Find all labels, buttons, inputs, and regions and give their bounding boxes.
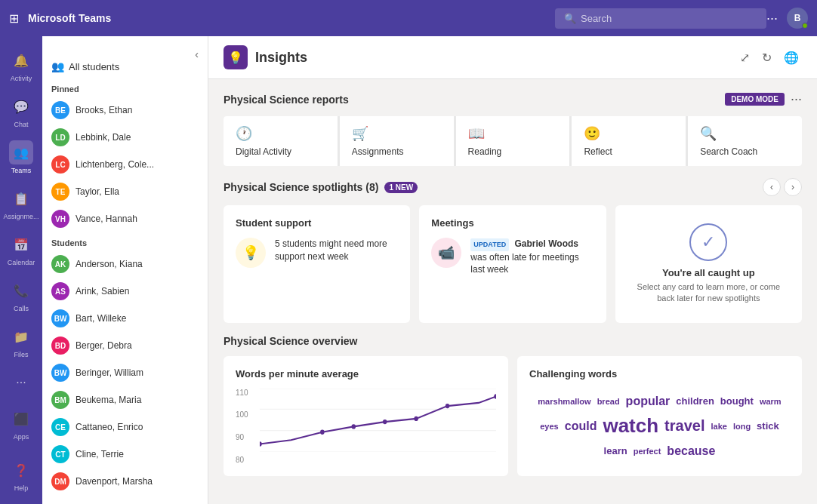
sidebar-header: ‹ xyxy=(42,36,208,54)
refresh-button[interactable]: ↻ xyxy=(759,48,775,68)
all-students-item[interactable]: 👥 All students xyxy=(42,54,195,78)
search-coach-icon: 🔍 xyxy=(700,125,717,142)
nav-sidebar: 🔔 Activity 💬 Chat 👥 Teams 📋 Assignme... … xyxy=(0,36,42,504)
avatar[interactable]: B xyxy=(787,8,808,29)
meetings-icon-circle: 📹 xyxy=(431,238,461,268)
word-learn[interactable]: learn xyxy=(604,445,627,456)
caught-up-subtitle: Select any card to learn more, or come b… xyxy=(634,281,784,305)
spotlight-prev-button[interactable]: ‹ xyxy=(763,178,781,196)
y-label-90: 90 xyxy=(236,433,257,441)
tab-search-coach-label: Search Coach xyxy=(700,146,757,157)
word-lake[interactable]: lake xyxy=(711,422,726,431)
reports-more-button[interactable]: ··· xyxy=(791,91,802,107)
word-warm[interactable]: warm xyxy=(760,397,782,406)
chart-area: 110 100 90 80 xyxy=(236,389,496,464)
wpm-title: Words per minute average xyxy=(236,368,496,380)
spotlights-header: Physical Science spotlights (8) 1 NEW ‹ … xyxy=(224,178,802,196)
tab-reading[interactable]: 📖 Reading xyxy=(456,116,571,166)
spotlight-student-support[interactable]: Student support 💡 5 students might need … xyxy=(224,205,410,323)
student-ct[interactable]: CT Cline, Terrie xyxy=(42,441,208,468)
reports-title: Physical Science reports xyxy=(224,94,349,106)
collapse-button[interactable]: ‹ xyxy=(195,48,199,60)
student-dm[interactable]: DM Davenport, Marsha xyxy=(42,468,208,495)
updated-badge: UPDATED xyxy=(470,238,509,251)
pinned-student-ld[interactable]: LD Lebbink, Dale xyxy=(42,124,208,151)
student-bw[interactable]: BW Bart, Willeke xyxy=(42,305,208,332)
student-bd[interactable]: BD Berger, Debra xyxy=(42,332,208,359)
student-bm[interactable]: BM Beukema, Maria xyxy=(42,386,208,413)
pinned-student-te[interactable]: TE Taylor, Ella xyxy=(42,178,208,205)
word-long[interactable]: long xyxy=(733,422,751,431)
online-indicator xyxy=(802,23,808,29)
more-options-button[interactable]: ··· xyxy=(766,11,778,26)
nav-item-assignments[interactable]: 📋 Assignme... xyxy=(0,180,42,226)
overview-title: Physical Science overview xyxy=(224,335,802,347)
globe-button[interactable]: 🌐 xyxy=(781,48,802,68)
spotlight-meetings[interactable]: Meetings 📹 UPDATED Gabriel Woods was oft… xyxy=(419,205,606,323)
spotlight-meetings-content: 📹 UPDATED Gabriel Woods was often late f… xyxy=(431,238,593,276)
spotlight-next-button[interactable]: › xyxy=(784,178,802,196)
app-title: Microsoft Teams xyxy=(28,12,111,24)
student-avatar-vh: VH xyxy=(51,210,69,228)
all-students-label: All students xyxy=(69,61,119,72)
word-perfect[interactable]: perfect xyxy=(634,447,661,456)
word-bread[interactable]: bread xyxy=(597,397,620,406)
wpm-card: Words per minute average 110 100 90 80 xyxy=(224,356,508,476)
word-watch[interactable]: watch xyxy=(603,414,658,438)
caught-up-title: You're all caught up xyxy=(662,267,755,278)
tab-digital-activity[interactable]: 🕐 Digital Activity xyxy=(224,116,338,166)
student-ce[interactable]: CE Cattaneo, Enrico xyxy=(42,413,208,441)
tab-reflect[interactable]: 🙂 Reflect xyxy=(572,116,686,166)
nav-item-calls[interactable]: 📞 Calls xyxy=(0,272,42,318)
grid-icon[interactable]: ⊞ xyxy=(9,11,19,26)
spotlights-section: Physical Science spotlights (8) 1 NEW ‹ … xyxy=(208,166,817,323)
chat-icon: 💬 xyxy=(9,94,33,118)
all-students-icon: 👥 xyxy=(51,60,64,72)
word-marshmallow[interactable]: marshmallow xyxy=(538,397,590,406)
word-stick[interactable]: stick xyxy=(757,420,779,432)
student-avatar-as: AS xyxy=(51,282,69,300)
student-avatar-bw2: BW xyxy=(51,364,69,382)
student-bw2[interactable]: BW Beringer, William xyxy=(42,359,208,386)
nav-item-apps[interactable]: ⬛ Apps xyxy=(0,401,42,447)
chart-point-2 xyxy=(320,429,325,434)
search-bar[interactable]: 🔍 xyxy=(555,8,766,29)
insights-icon: 💡 xyxy=(224,45,248,69)
teams-icon: 👥 xyxy=(9,140,33,164)
tab-assignments[interactable]: 🛒 Assignments xyxy=(340,116,455,166)
pinned-student-vh[interactable]: VH Vance, Hannah xyxy=(42,205,208,232)
student-name-lc: Lichtenberg, Cole... xyxy=(76,159,154,170)
nav-label-activity: Activity xyxy=(11,75,32,82)
word-children[interactable]: children xyxy=(676,395,714,407)
student-name-bw: Bart, Willeke xyxy=(76,313,126,324)
nav-item-chat[interactable]: 💬 Chat xyxy=(0,88,42,134)
pinned-student-be[interactable]: BE Brooks, Ethan xyxy=(42,97,208,124)
assignments-icon: 📋 xyxy=(9,186,33,211)
student-name-ce: Cattaneo, Enrico xyxy=(76,422,143,432)
nav-item-files[interactable]: 📁 Files xyxy=(0,318,42,364)
tab-reading-label: Reading xyxy=(468,146,502,157)
nav-item-activity[interactable]: 🔔 Activity xyxy=(0,42,42,88)
word-could[interactable]: could xyxy=(565,419,597,433)
tab-search-coach[interactable]: 🔍 Search Coach xyxy=(688,116,802,166)
students-section-label: Students xyxy=(42,232,208,250)
word-because[interactable]: because xyxy=(667,444,715,458)
nav-item-more[interactable]: ··· xyxy=(0,364,42,401)
word-bought[interactable]: bought xyxy=(720,395,754,407)
word-eyes[interactable]: eyes xyxy=(540,422,558,431)
pinned-student-lc[interactable]: LC Lichtenberg, Cole... xyxy=(42,151,208,178)
nav-item-teams[interactable]: 👥 Teams xyxy=(0,134,42,180)
student-ak[interactable]: AK Anderson, Kiana xyxy=(42,250,208,278)
search-input[interactable] xyxy=(581,13,757,24)
student-as[interactable]: AS Arink, Sabien xyxy=(42,278,208,305)
word-popular[interactable]: popular xyxy=(626,395,671,408)
nav-item-calendar[interactable]: 📅 Calendar xyxy=(0,226,42,272)
word-travel[interactable]: travel xyxy=(664,417,704,435)
chart-line xyxy=(260,396,496,444)
expand-button[interactable]: ⤢ xyxy=(737,48,753,68)
nav-label-assignments: Assignme... xyxy=(3,213,39,220)
demo-badge: DEMO MODE xyxy=(725,93,785,106)
student-name-bm: Beukema, Maria xyxy=(76,395,141,405)
nav-label-apps: Apps xyxy=(14,433,29,441)
nav-item-help[interactable]: ❓ Help xyxy=(0,452,42,498)
